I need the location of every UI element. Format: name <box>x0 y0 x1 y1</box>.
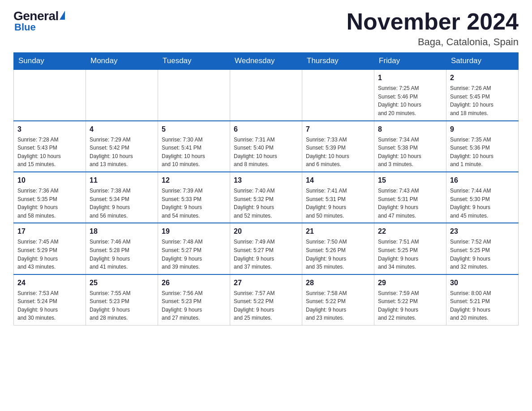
calendar-cell: 5Sunrise: 7:30 AM Sunset: 5:41 PM Daylig… <box>158 121 230 172</box>
calendar-cell: 1Sunrise: 7:25 AM Sunset: 5:46 PM Daylig… <box>374 69 446 120</box>
day-number: 8 <box>378 124 442 135</box>
day-number: 20 <box>234 226 298 237</box>
calendar-cell: 29Sunrise: 7:59 AM Sunset: 5:22 PM Dayli… <box>374 274 446 325</box>
calendar-cell: 2Sunrise: 7:26 AM Sunset: 5:45 PM Daylig… <box>446 69 519 120</box>
day-info: Sunrise: 7:30 AM Sunset: 5:41 PM Dayligh… <box>162 136 226 169</box>
day-info: Sunrise: 7:25 AM Sunset: 5:46 PM Dayligh… <box>378 84 442 117</box>
logo: General Blue <box>13 9 65 33</box>
day-info: Sunrise: 7:28 AM Sunset: 5:43 PM Dayligh… <box>17 136 82 169</box>
day-number: 6 <box>234 124 298 135</box>
day-info: Sunrise: 7:39 AM Sunset: 5:33 PM Dayligh… <box>162 187 226 220</box>
day-info: Sunrise: 7:38 AM Sunset: 5:34 PM Dayligh… <box>90 187 154 220</box>
day-info: Sunrise: 7:33 AM Sunset: 5:39 PM Dayligh… <box>306 136 370 169</box>
day-info: Sunrise: 7:48 AM Sunset: 5:27 PM Dayligh… <box>162 238 226 271</box>
calendar-cell: 12Sunrise: 7:39 AM Sunset: 5:33 PM Dayli… <box>158 172 230 223</box>
day-info: Sunrise: 7:34 AM Sunset: 5:38 PM Dayligh… <box>378 136 442 169</box>
day-number: 1 <box>378 73 442 83</box>
calendar-cell: 3Sunrise: 7:28 AM Sunset: 5:43 PM Daylig… <box>14 121 86 172</box>
page-header: General Blue November 2024 Baga, Catalon… <box>13 9 519 48</box>
day-info: Sunrise: 8:00 AM Sunset: 5:21 PM Dayligh… <box>450 289 515 322</box>
logo-blue-text: Blue <box>14 21 65 33</box>
weekday-header-friday: Friday <box>374 53 446 70</box>
day-number: 11 <box>90 175 154 186</box>
day-number: 22 <box>378 226 442 237</box>
day-number: 7 <box>306 124 370 135</box>
day-info: Sunrise: 7:31 AM Sunset: 5:40 PM Dayligh… <box>234 136 298 169</box>
weekday-header-saturday: Saturday <box>446 53 519 70</box>
day-number: 27 <box>234 278 298 288</box>
day-info: Sunrise: 7:57 AM Sunset: 5:22 PM Dayligh… <box>234 289 298 322</box>
day-number: 9 <box>450 124 515 135</box>
day-number: 30 <box>450 278 515 288</box>
calendar-title: November 2024 <box>347 9 519 34</box>
day-info: Sunrise: 7:56 AM Sunset: 5:23 PM Dayligh… <box>162 289 226 322</box>
weekday-header-tuesday: Tuesday <box>158 53 230 70</box>
weekday-header-wednesday: Wednesday <box>230 53 302 70</box>
day-number: 2 <box>450 73 515 83</box>
calendar-cell: 11Sunrise: 7:38 AM Sunset: 5:34 PM Dayli… <box>86 172 158 223</box>
calendar-cell: 10Sunrise: 7:36 AM Sunset: 5:35 PM Dayli… <box>14 172 86 223</box>
day-number: 16 <box>450 175 515 186</box>
logo-triangle-icon <box>60 11 65 20</box>
calendar-cell: 22Sunrise: 7:51 AM Sunset: 5:25 PM Dayli… <box>374 223 446 274</box>
calendar-cell: 25Sunrise: 7:55 AM Sunset: 5:23 PM Dayli… <box>86 274 158 325</box>
calendar-cell <box>86 69 158 120</box>
calendar-cell: 14Sunrise: 7:41 AM Sunset: 5:31 PM Dayli… <box>302 172 374 223</box>
calendar-cell: 27Sunrise: 7:57 AM Sunset: 5:22 PM Dayli… <box>230 274 302 325</box>
day-number: 4 <box>90 124 154 135</box>
week-row-5: 24Sunrise: 7:53 AM Sunset: 5:24 PM Dayli… <box>14 274 519 325</box>
day-info: Sunrise: 7:50 AM Sunset: 5:26 PM Dayligh… <box>306 238 370 271</box>
day-number: 10 <box>17 175 82 186</box>
week-row-4: 17Sunrise: 7:45 AM Sunset: 5:29 PM Dayli… <box>14 223 519 274</box>
day-number: 13 <box>234 175 298 186</box>
day-info: Sunrise: 7:52 AM Sunset: 5:25 PM Dayligh… <box>450 238 515 271</box>
day-info: Sunrise: 7:26 AM Sunset: 5:45 PM Dayligh… <box>450 84 515 117</box>
day-info: Sunrise: 7:43 AM Sunset: 5:31 PM Dayligh… <box>378 187 442 220</box>
calendar-cell: 20Sunrise: 7:49 AM Sunset: 5:27 PM Dayli… <box>230 223 302 274</box>
calendar-table: SundayMondayTuesdayWednesdayThursdayFrid… <box>13 52 519 325</box>
weekday-header-sunday: Sunday <box>14 53 86 70</box>
calendar-cell: 26Sunrise: 7:56 AM Sunset: 5:23 PM Dayli… <box>158 274 230 325</box>
day-info: Sunrise: 7:44 AM Sunset: 5:30 PM Dayligh… <box>450 187 515 220</box>
day-number: 29 <box>378 278 442 288</box>
week-row-3: 10Sunrise: 7:36 AM Sunset: 5:35 PM Dayli… <box>14 172 519 223</box>
week-row-1: 1Sunrise: 7:25 AM Sunset: 5:46 PM Daylig… <box>14 69 519 120</box>
day-info: Sunrise: 7:35 AM Sunset: 5:36 PM Dayligh… <box>450 136 515 169</box>
calendar-cell: 9Sunrise: 7:35 AM Sunset: 5:36 PM Daylig… <box>446 121 519 172</box>
calendar-cell: 23Sunrise: 7:52 AM Sunset: 5:25 PM Dayli… <box>446 223 519 274</box>
day-number: 12 <box>162 175 226 186</box>
calendar-cell <box>14 69 86 120</box>
day-number: 15 <box>378 175 442 186</box>
calendar-cell: 24Sunrise: 7:53 AM Sunset: 5:24 PM Dayli… <box>14 274 86 325</box>
week-row-2: 3Sunrise: 7:28 AM Sunset: 5:43 PM Daylig… <box>14 121 519 172</box>
weekday-header-row: SundayMondayTuesdayWednesdayThursdayFrid… <box>14 53 519 70</box>
calendar-cell: 16Sunrise: 7:44 AM Sunset: 5:30 PM Dayli… <box>446 172 519 223</box>
day-info: Sunrise: 7:36 AM Sunset: 5:35 PM Dayligh… <box>17 187 82 220</box>
day-info: Sunrise: 7:29 AM Sunset: 5:42 PM Dayligh… <box>90 136 154 169</box>
weekday-header-thursday: Thursday <box>302 53 374 70</box>
calendar-cell: 7Sunrise: 7:33 AM Sunset: 5:39 PM Daylig… <box>302 121 374 172</box>
day-number: 19 <box>162 226 226 237</box>
day-info: Sunrise: 7:51 AM Sunset: 5:25 PM Dayligh… <box>378 238 442 271</box>
calendar-cell <box>230 69 302 120</box>
day-number: 26 <box>162 278 226 288</box>
day-number: 3 <box>17 124 82 135</box>
calendar-cell: 19Sunrise: 7:48 AM Sunset: 5:27 PM Dayli… <box>158 223 230 274</box>
day-info: Sunrise: 7:53 AM Sunset: 5:24 PM Dayligh… <box>17 289 82 322</box>
day-info: Sunrise: 7:40 AM Sunset: 5:32 PM Dayligh… <box>234 187 298 220</box>
calendar-cell: 28Sunrise: 7:58 AM Sunset: 5:22 PM Dayli… <box>302 274 374 325</box>
calendar-cell: 17Sunrise: 7:45 AM Sunset: 5:29 PM Dayli… <box>14 223 86 274</box>
day-number: 5 <box>162 124 226 135</box>
calendar-cell <box>158 69 230 120</box>
day-info: Sunrise: 7:46 AM Sunset: 5:28 PM Dayligh… <box>90 238 154 271</box>
title-block: November 2024 Baga, Catalonia, Spain <box>347 9 519 48</box>
day-info: Sunrise: 7:45 AM Sunset: 5:29 PM Dayligh… <box>17 238 82 271</box>
day-number: 24 <box>17 278 82 288</box>
day-number: 23 <box>450 226 515 237</box>
day-info: Sunrise: 7:58 AM Sunset: 5:22 PM Dayligh… <box>306 289 370 322</box>
day-info: Sunrise: 7:55 AM Sunset: 5:23 PM Dayligh… <box>90 289 154 322</box>
day-number: 28 <box>306 278 370 288</box>
calendar-cell <box>302 69 374 120</box>
day-info: Sunrise: 7:49 AM Sunset: 5:27 PM Dayligh… <box>234 238 298 271</box>
day-number: 17 <box>17 226 82 237</box>
